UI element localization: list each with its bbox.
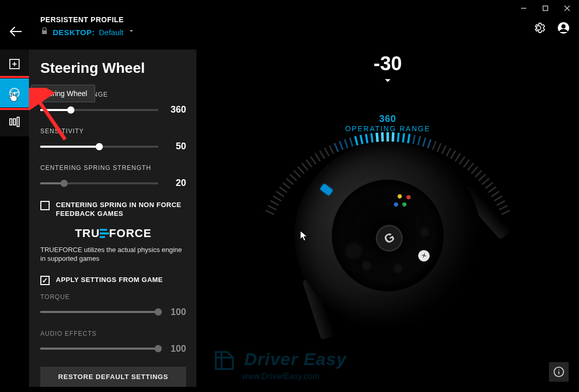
angle-readout: -30 bbox=[374, 53, 402, 75]
svg-line-68 bbox=[475, 170, 482, 177]
rail-tooltip: Steering Wheel bbox=[31, 85, 95, 102]
trueforce-logo: TRUFORCE bbox=[40, 227, 186, 240]
svg-line-70 bbox=[482, 178, 490, 184]
watermark-brand: Driver Easy bbox=[244, 349, 346, 369]
window-close-button[interactable] bbox=[558, 2, 576, 14]
centering-label: CENTERING SPRING STRENGTH bbox=[40, 164, 186, 171]
svg-line-73 bbox=[492, 192, 499, 197]
svg-line-43 bbox=[355, 136, 357, 145]
svg-line-29 bbox=[290, 175, 297, 181]
audio-control: AUDIO EFFECTS 100 bbox=[40, 330, 186, 354]
torque-slider[interactable] bbox=[40, 311, 158, 313]
svg-line-41 bbox=[345, 139, 348, 148]
sensitivity-value: 50 bbox=[165, 141, 186, 152]
operating-range-slider[interactable] bbox=[40, 109, 158, 111]
centering-control: CENTERING SPRING STRENGTH 20 bbox=[40, 164, 186, 189]
centering-nonffb-label: CENTERING SPRING IN NON FORCE FEEDBACK G… bbox=[56, 201, 186, 218]
hand-cursor-icon bbox=[7, 91, 19, 102]
svg-line-62 bbox=[451, 151, 455, 159]
svg-line-38 bbox=[329, 146, 333, 154]
svg-line-67 bbox=[471, 167, 478, 174]
account-button[interactable] bbox=[557, 22, 570, 36]
trueforce-description: TRUEFORCE utilizes the actual physics en… bbox=[40, 245, 186, 263]
audio-value: 100 bbox=[165, 343, 186, 354]
sensitivity-control: SENSITIVITY 50 bbox=[40, 128, 186, 152]
apply-from-game-label: APPLY SETTINGS FROM GAME bbox=[56, 276, 163, 285]
svg-line-74 bbox=[494, 196, 502, 201]
svg-point-6 bbox=[561, 24, 566, 28]
visualizer: -30 360 OPERATING RANGE G ✕ Driver Easy … bbox=[196, 50, 579, 392]
svg-line-30 bbox=[294, 170, 300, 177]
svg-line-63 bbox=[455, 153, 461, 161]
info-button[interactable] bbox=[549, 362, 569, 382]
torque-label: TORQUE bbox=[40, 293, 186, 301]
svg-line-64 bbox=[460, 156, 465, 164]
torque-control: TORQUE 100 bbox=[40, 293, 186, 318]
torque-value: 100 bbox=[165, 307, 186, 318]
watermark-url: www.DriverEasy.com bbox=[242, 372, 347, 381]
audio-label: AUDIO EFFECTS bbox=[40, 330, 186, 337]
centering-nonffb-checkbox[interactable] bbox=[40, 201, 50, 210]
profile-scope: DESKTOP: bbox=[53, 28, 95, 37]
caret-down-icon bbox=[384, 76, 392, 87]
centering-slider[interactable] bbox=[40, 182, 158, 184]
svg-line-65 bbox=[464, 160, 469, 167]
window-minimize-button[interactable] bbox=[515, 2, 532, 14]
chevron-down-icon bbox=[128, 27, 135, 37]
svg-line-39 bbox=[334, 143, 338, 152]
svg-rect-17 bbox=[17, 117, 19, 127]
svg-point-82 bbox=[558, 369, 559, 370]
profile-selector[interactable]: DESKTOP: Default bbox=[40, 27, 135, 37]
audio-slider[interactable] bbox=[40, 348, 158, 350]
svg-line-40 bbox=[340, 141, 343, 150]
rail-add-button[interactable] bbox=[0, 50, 29, 79]
rail-pedals-button[interactable] bbox=[0, 107, 29, 136]
svg-line-33 bbox=[306, 160, 312, 167]
svg-line-42 bbox=[350, 137, 353, 146]
svg-line-69 bbox=[479, 175, 485, 181]
back-button[interactable] bbox=[9, 25, 23, 40]
svg-line-36 bbox=[320, 151, 325, 159]
svg-rect-1 bbox=[543, 6, 548, 11]
svg-line-35 bbox=[315, 153, 321, 161]
svg-rect-16 bbox=[13, 119, 16, 125]
operating-range-value: 360 bbox=[165, 104, 186, 115]
svg-line-76 bbox=[499, 206, 508, 210]
panel-title: Steering Wheel bbox=[40, 60, 186, 76]
profile-header: PERSISTENT PROFILE DESKTOP: Default bbox=[40, 15, 135, 37]
trueforce-logo-pre: TRU bbox=[75, 227, 100, 240]
svg-rect-15 bbox=[10, 119, 12, 125]
trueforce-logo-post: FORCE bbox=[109, 227, 151, 240]
restore-defaults-button[interactable]: RESTORE DEFAULT SETTINGS bbox=[40, 367, 186, 387]
apply-from-game-checkbox[interactable] bbox=[40, 276, 50, 285]
svg-line-71 bbox=[485, 183, 493, 189]
centering-value: 20 bbox=[165, 178, 186, 189]
svg-line-72 bbox=[489, 187, 496, 193]
svg-line-75 bbox=[497, 201, 505, 206]
sensitivity-label: SENSITIVITY bbox=[40, 128, 186, 135]
svg-line-77 bbox=[501, 210, 510, 214]
svg-line-37 bbox=[325, 148, 329, 156]
sensitivity-slider[interactable] bbox=[40, 146, 158, 148]
settings-button[interactable] bbox=[532, 22, 545, 36]
svg-line-34 bbox=[311, 156, 316, 164]
svg-line-32 bbox=[302, 163, 308, 170]
window-maximize-button[interactable] bbox=[537, 2, 554, 14]
profile-name: Default bbox=[99, 28, 124, 37]
watermark: Driver Easy www.DriverEasy.com bbox=[213, 349, 347, 381]
svg-line-66 bbox=[467, 163, 473, 170]
lock-icon bbox=[40, 27, 49, 37]
profile-title: PERSISTENT PROFILE bbox=[40, 15, 135, 24]
svg-line-31 bbox=[298, 167, 304, 174]
